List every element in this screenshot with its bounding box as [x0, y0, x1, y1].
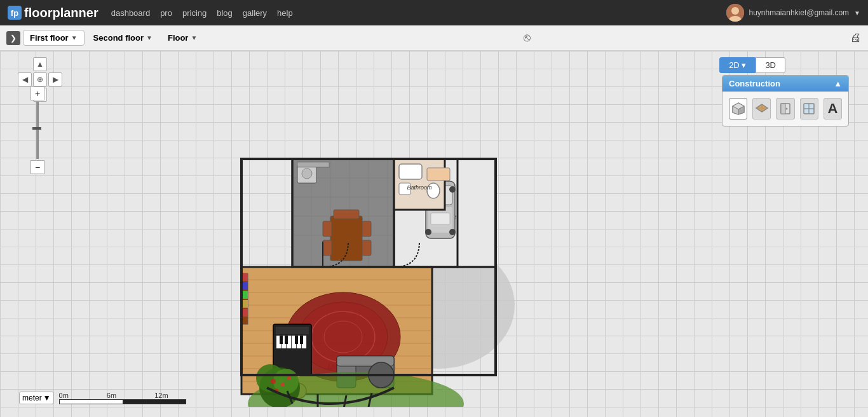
nav-help[interactable]: help — [277, 8, 293, 18]
svg-point-1 — [731, 7, 739, 15]
svg-rect-92 — [280, 336, 283, 344]
svg-rect-51 — [427, 168, 450, 181]
scale-numbers: 0m 6m 12m — [59, 392, 168, 399]
panel-collapse-icon[interactable]: ▲ — [834, 79, 842, 88]
user-area: huynhmaianhkiet@gmail.com ▼ — [726, 4, 861, 22]
walls-tool[interactable] — [729, 98, 747, 120]
second-floor-arrow: ▼ — [146, 34, 153, 41]
svg-point-45 — [302, 168, 312, 179]
scale-ruler: 0m 6m 12m — [59, 392, 186, 404]
floor-bar: ❯ First floor ▼ Second floor ▼ Floor ▼ ⎋… — [0, 25, 868, 51]
floor-plan[interactable]: Garage — [229, 140, 521, 409]
user-email: huynhmaianhkiet@gmail.com — [749, 8, 850, 17]
scale-line — [59, 399, 186, 404]
view-3d-button[interactable]: 3D — [756, 57, 785, 73]
svg-point-12 — [786, 108, 788, 110]
floor-arrow: ▼ — [191, 34, 197, 41]
svg-point-25 — [449, 229, 456, 235]
user-dropdown-arrow[interactable]: ▼ — [854, 10, 860, 17]
pan-center-button[interactable]: ⊕ — [33, 72, 47, 86]
scale-6m: 6m — [107, 392, 116, 399]
svg-rect-42 — [362, 240, 371, 256]
svg-point-23 — [449, 186, 456, 193]
scale-0m: 0m — [59, 392, 69, 399]
zoom-out-button[interactable]: − — [31, 160, 44, 174]
nav-blog[interactable]: blog — [217, 8, 233, 18]
first-floor-arrow: ▼ — [71, 34, 78, 41]
nav-dashboard[interactable]: dashboard — [111, 8, 150, 18]
expand-button[interactable]: ❯ — [6, 31, 20, 45]
svg-rect-85 — [276, 327, 309, 334]
tab-second-floor[interactable]: Second floor ▼ — [87, 31, 159, 45]
svg-text:Bathroom: Bathroom — [407, 184, 432, 191]
floors-tool[interactable] — [752, 98, 771, 120]
text-tool[interactable]: A — [824, 98, 842, 120]
print-button[interactable]: 🖨 — [850, 31, 862, 44]
svg-point-104 — [287, 376, 291, 380]
nav-links: dashboard pro pricing blog gallery help — [111, 8, 293, 18]
pan-up-button[interactable]: ▲ — [33, 57, 47, 71]
svg-rect-40 — [362, 221, 371, 236]
panel-title: Construction — [729, 79, 780, 88]
zoom-controls: + − — [31, 86, 44, 174]
svg-point-24 — [425, 229, 431, 235]
canvas-area: ▲ ◀ ⊕ ▶ ▼ + − 2D ▾ 3D Construction ▲ — [0, 51, 868, 417]
logo-text: floorplanner — [24, 6, 98, 20]
pan-left-button[interactable]: ◀ — [18, 72, 32, 86]
nav-pro[interactable]: pro — [160, 8, 172, 18]
svg-point-102 — [281, 383, 285, 386]
panel-header: Construction ▲ — [722, 76, 848, 92]
unit-label: meter — [22, 393, 42, 402]
scale-12m: 12m — [154, 392, 168, 399]
logo-icon: fp — [8, 6, 22, 20]
svg-rect-39 — [323, 221, 332, 236]
pan-right-button[interactable]: ▶ — [48, 72, 62, 86]
scale-bar: meter ▼ 0m 6m 12m — [19, 392, 186, 404]
svg-rect-95 — [300, 336, 303, 344]
unit-selector[interactable]: meter ▼ — [19, 392, 54, 404]
svg-rect-46 — [297, 162, 329, 167]
view-toggle: 2D ▾ 3D — [719, 57, 785, 73]
svg-rect-43 — [334, 210, 359, 219]
svg-rect-93 — [285, 336, 288, 344]
avatar — [726, 4, 744, 22]
navbar: fp floorplanner dashboard pro pricing bl… — [0, 0, 868, 25]
svg-point-101 — [271, 379, 276, 384]
tab-floor[interactable]: Floor ▼ — [161, 31, 203, 45]
panel-tools: A — [722, 92, 848, 126]
logo: fp floorplanner — [8, 6, 98, 20]
tab-first-floor[interactable]: First floor ▼ — [23, 30, 85, 46]
svg-rect-48 — [399, 164, 422, 179]
svg-rect-26 — [431, 213, 450, 224]
windows-tool[interactable] — [800, 98, 818, 120]
doors-tool[interactable] — [776, 98, 794, 120]
nav-pricing[interactable]: pricing — [182, 8, 207, 18]
unit-dropdown-arrow: ▼ — [43, 393, 51, 402]
svg-rect-11 — [781, 104, 785, 114]
nav-gallery[interactable]: gallery — [243, 8, 267, 18]
svg-rect-41 — [323, 240, 332, 256]
share-button[interactable]: ⎋ — [524, 31, 531, 44]
svg-rect-94 — [295, 336, 298, 344]
zoom-in-button[interactable]: + — [31, 86, 44, 100]
view-2d-button[interactable]: 2D ▾ — [719, 57, 756, 73]
construction-panel: Construction ▲ — [722, 75, 849, 126]
zoom-ruler — [36, 102, 39, 159]
